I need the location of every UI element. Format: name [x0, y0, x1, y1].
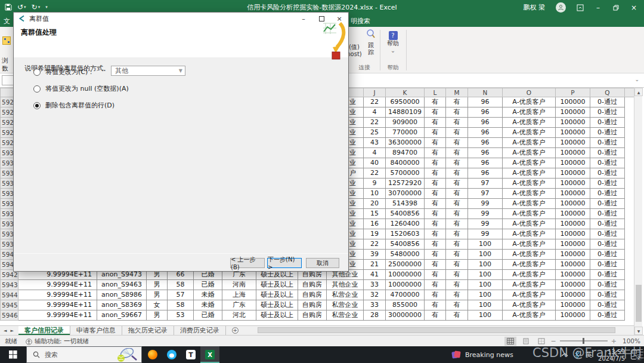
cell[interactable]: 8400000: [386, 158, 425, 168]
cell[interactable]: 0-通过: [590, 179, 625, 189]
cell[interactable]: 0-通过: [590, 219, 625, 229]
next-button[interactable]: 下一步(N) >: [267, 258, 302, 268]
cell[interactable]: 0-通过: [590, 128, 625, 138]
cell[interactable]: 96: [468, 168, 503, 179]
cell[interactable]: 男: [147, 290, 168, 300]
zoom-slider-thumb[interactable]: [583, 338, 584, 344]
cell[interactable]: A-优质客户: [503, 229, 556, 239]
cell[interactable]: 有: [446, 280, 468, 290]
cell[interactable]: A-优质客户: [503, 189, 556, 199]
cancel-button[interactable]: 取消: [306, 258, 339, 268]
file-tab-fragment[interactable]: 文: [4, 17, 10, 26]
cell[interactable]: 96: [468, 148, 503, 158]
cell[interactable]: 99: [468, 229, 503, 239]
cell[interactable]: 有: [446, 219, 468, 229]
cell[interactable]: 5400856: [386, 239, 425, 250]
cell[interactable]: 私营企业: [327, 290, 364, 300]
cell[interactable]: A-优质客户: [503, 168, 556, 179]
cell[interactable]: [625, 310, 634, 321]
cell[interactable]: 100000: [556, 179, 590, 189]
name-box-fragment[interactable]: [2, 75, 14, 85]
cell[interactable]: 女: [147, 300, 168, 310]
cell[interactable]: 硕士及以上: [256, 310, 298, 321]
accessibility-status[interactable]: 辅助功能: 一切就绪: [26, 337, 89, 346]
cell[interactable]: A-优质客户: [503, 300, 556, 310]
cell[interactable]: [625, 219, 634, 229]
cell[interactable]: 有: [425, 310, 446, 321]
cell[interactable]: 40: [364, 158, 386, 168]
back-button[interactable]: < 上一步(B): [230, 258, 265, 268]
cell[interactable]: 有: [446, 107, 468, 118]
zoom-in-icon[interactable]: +: [611, 337, 617, 345]
cell[interactable]: anon_S8369: [97, 300, 147, 310]
cell[interactable]: 9.99994E+11: [18, 310, 97, 321]
cell[interactable]: 有: [425, 219, 446, 229]
excel-taskbar-icon[interactable]: X: [200, 346, 219, 363]
cell[interactable]: 有: [425, 229, 446, 239]
cell[interactable]: 5480000: [386, 250, 425, 260]
cell[interactable]: [625, 189, 634, 199]
cell[interactable]: 10000000: [386, 280, 425, 290]
cell[interactable]: 58: [168, 280, 194, 290]
cell[interactable]: 有: [425, 179, 446, 189]
cell[interactable]: 10: [364, 189, 386, 199]
cell[interactable]: 100000: [556, 229, 590, 239]
restore-button[interactable]: [607, 0, 625, 15]
cell[interactable]: [625, 118, 634, 128]
radio-icon[interactable]: [33, 69, 41, 76]
cell[interactable]: 0-通过: [590, 107, 625, 118]
cell[interactable]: A-优质客户: [503, 199, 556, 209]
qq-icon[interactable]: [162, 346, 181, 363]
cell[interactable]: 河南: [222, 280, 256, 290]
cell[interactable]: A-优质客户: [503, 148, 556, 158]
start-button[interactable]: [0, 346, 26, 363]
cell[interactable]: 100000: [556, 168, 590, 179]
cell[interactable]: [625, 158, 634, 168]
cell[interactable]: anon_S9667: [97, 310, 147, 321]
cell[interactable]: 0-通过: [590, 199, 625, 209]
cell[interactable]: 0-通过: [590, 250, 625, 260]
cell[interactable]: 99: [468, 209, 503, 219]
cell[interactable]: [625, 239, 634, 250]
cell[interactable]: 96: [468, 107, 503, 118]
cell[interactable]: 有: [425, 158, 446, 168]
cell[interactable]: 100000: [556, 239, 590, 250]
cell[interactable]: 0-通过: [590, 158, 625, 168]
zoom-out-icon[interactable]: −: [551, 337, 556, 345]
cell[interactable]: 1520603: [386, 229, 425, 239]
cell[interactable]: 男: [147, 280, 168, 290]
cell[interactable]: 有: [446, 118, 468, 128]
cell[interactable]: 10000000: [386, 270, 425, 280]
cell[interactable]: 100: [468, 310, 503, 321]
cell[interactable]: 100: [468, 280, 503, 290]
minimize-button[interactable]: –: [589, 0, 607, 15]
cell[interactable]: 有: [446, 290, 468, 300]
cell[interactable]: 6950000: [386, 97, 425, 107]
cell[interactable]: 有: [425, 280, 446, 290]
cell[interactable]: 100000: [556, 97, 590, 107]
cell[interactable]: 16: [364, 219, 386, 229]
cell[interactable]: 22: [364, 118, 386, 128]
cell[interactable]: 100: [468, 239, 503, 250]
cell[interactable]: 有: [446, 179, 468, 189]
search-doodle-tennis[interactable]: [114, 348, 139, 363]
cell[interactable]: 96: [468, 128, 503, 138]
option-delete-rows[interactable]: 删除包含离群值的行(D): [33, 101, 114, 110]
cell[interactable]: [625, 199, 634, 209]
cell[interactable]: A-优质客户: [503, 239, 556, 250]
cell[interactable]: 有: [446, 300, 468, 310]
option-change-to-null[interactable]: 将值更改为 null (空数据)(A): [33, 84, 129, 93]
cell[interactable]: anon_S8986: [97, 290, 147, 300]
cell[interactable]: 20: [364, 199, 386, 209]
scroll-down-icon[interactable]: ▼: [634, 327, 643, 335]
cell[interactable]: [625, 250, 634, 260]
cell[interactable]: 100: [468, 270, 503, 280]
cell[interactable]: 硕士及以上: [256, 300, 298, 310]
cell[interactable]: 自购房: [298, 310, 327, 321]
cell[interactable]: 4700000: [386, 290, 425, 300]
cell[interactable]: 0-通过: [590, 290, 625, 300]
cell[interactable]: 有: [425, 148, 446, 158]
cell[interactable]: 有: [446, 270, 468, 280]
sheet-tab-3[interactable]: 拖欠历史记录: [122, 326, 174, 335]
cell[interactable]: 0-通过: [590, 148, 625, 158]
